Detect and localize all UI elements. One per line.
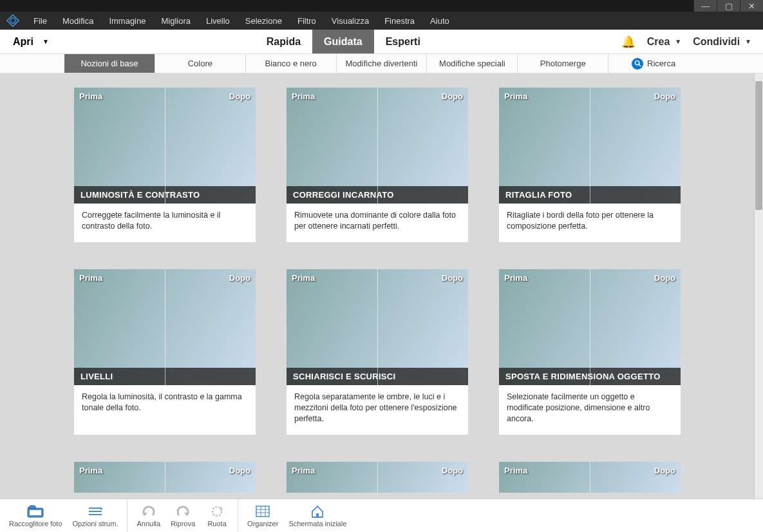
window-minimize-button[interactable]: — — [693, 0, 717, 12]
card-title: SPOSTA E RIDIMENSIONA OGGETTO — [499, 368, 681, 385]
crea-label: Crea — [647, 36, 670, 48]
label-prima: Prima — [79, 466, 102, 475]
bottombar: Raccoglitore foto Opzioni strum. Annulla… — [0, 499, 763, 532]
organizer-icon — [254, 504, 271, 518]
card-sposta-ridimensiona[interactable]: Prima Dopo SPOSTA E RIDIMENSIONA OGGETTO… — [499, 269, 681, 435]
card-image: Prima Dopo — [74, 462, 256, 493]
window-maximize-button[interactable]: ▢ — [717, 0, 740, 12]
bell-icon[interactable]: 🔔 — [621, 35, 636, 49]
card-title: CORREGGI INCARNATO — [287, 186, 468, 204]
card-image: Prima Dopo — [287, 462, 468, 493]
group-bin: Raccoglitore foto Opzioni strum. — [0, 499, 127, 532]
menu-immagine[interactable]: Immagine — [101, 13, 153, 29]
close-icon: ✕ — [748, 1, 755, 11]
organizer-label: Organizer — [247, 520, 278, 527]
menu-visualizza[interactable]: Visualizza — [324, 13, 377, 29]
card-schiarisci-scurisci[interactable]: Prima Dopo SCHIARISCI E SCURISCI Regola … — [287, 269, 468, 435]
cat-modifiche-divertenti[interactable]: Modifiche divertenti — [337, 54, 428, 73]
window-close-button[interactable]: ✕ — [740, 0, 763, 12]
label-prima: Prima — [504, 91, 527, 101]
svg-point-2 — [635, 61, 639, 64]
card-desc: Regola la luminosità, il contrasto e la … — [74, 385, 256, 424]
menu-modifica[interactable]: Modifica — [55, 13, 101, 29]
condividi-label: Condividi — [693, 36, 740, 48]
label-dopo: Dopo — [442, 466, 463, 475]
card-title: LUMINOSITÀ E CONTRASTO — [74, 186, 256, 204]
group-undo-redo: Annulla Riprova Ruota — [127, 499, 238, 532]
card-ritaglia-foto[interactable]: Prima Dopo RITAGLIA FOTO Ritagliate i bo… — [499, 88, 681, 242]
tab-guidata[interactable]: Guidata — [312, 30, 374, 53]
redo-icon — [174, 504, 191, 518]
vertical-scrollbar[interactable] — [754, 73, 763, 499]
spacer — [66, 30, 255, 53]
chevron-down-icon: ▼ — [42, 38, 49, 45]
tool-options-icon — [87, 504, 104, 518]
card-title: LIVELLI — [74, 368, 256, 385]
undo-label: Annulla — [137, 520, 160, 527]
modebar: Apri ▼ Rapida Guidata Esperti 🔔 Crea ▼ C… — [0, 30, 763, 54]
label-prima: Prima — [292, 466, 315, 475]
redo-button[interactable]: Riprova — [165, 499, 200, 532]
svg-point-1 — [10, 18, 15, 23]
undo-button[interactable]: Annulla — [131, 499, 165, 532]
cat-modifiche-speciali[interactable]: Modifiche speciali — [427, 54, 518, 73]
open-button[interactable]: Apri ▼ — [0, 30, 66, 53]
menu-finestra[interactable]: Finestra — [377, 13, 422, 29]
card-luminosita-contrasto[interactable]: Prima Dopo LUMINOSITÀ E CONTRASTO Correg… — [74, 88, 256, 242]
organizer-button[interactable]: Organizer — [242, 499, 283, 532]
label-dopo: Dopo — [442, 273, 463, 283]
card-partial-1[interactable]: Prima Dopo — [74, 462, 256, 493]
rotate-button[interactable]: Ruota — [200, 499, 234, 532]
menu-file[interactable]: File — [26, 13, 55, 29]
menu-selezione[interactable]: Selezione — [238, 13, 290, 29]
menu-livello[interactable]: Livello — [198, 13, 238, 29]
photo-bin-button[interactable]: Raccoglitore foto — [4, 499, 68, 532]
card-image: Prima Dopo SPOSTA E RIDIMENSIONA OGGETTO — [499, 269, 681, 385]
cat-bianco-e-nero[interactable]: Bianco e nero — [246, 54, 337, 73]
card-image: Prima Dopo SCHIARISCI E SCURISCI — [287, 269, 468, 385]
label-dopo: Dopo — [654, 466, 675, 475]
label-prima: Prima — [504, 273, 527, 283]
tab-rapida[interactable]: Rapida — [255, 30, 312, 53]
menu-migliora[interactable]: Migliora — [153, 13, 198, 29]
app-logo-icon — [4, 14, 22, 28]
label-prima: Prima — [292, 91, 315, 101]
svg-rect-10 — [256, 506, 269, 517]
card-image: Prima Dopo LUMINOSITÀ E CONTRASTO — [74, 88, 256, 204]
rotate-icon — [209, 504, 225, 518]
titlebar: — ▢ ✕ — [0, 0, 763, 12]
home-button[interactable]: Schermata iniziale — [283, 499, 352, 532]
card-desc: Ritagliate i bordi della foto per ottene… — [499, 204, 681, 242]
scrollbar-thumb[interactable] — [755, 81, 762, 210]
content-grid: Prima Dopo LUMINOSITÀ E CONTRASTO Correg… — [0, 73, 754, 499]
crea-button[interactable]: Crea ▼ — [647, 36, 681, 48]
menu-filtro[interactable]: Filtro — [290, 13, 324, 29]
tool-options-button[interactable]: Opzioni strum. — [68, 499, 124, 532]
label-prima: Prima — [292, 273, 315, 283]
undo-icon — [140, 504, 157, 518]
cat-photomerge[interactable]: Photomerge — [518, 54, 608, 73]
cat-search[interactable]: Ricerca — [608, 54, 699, 73]
svg-rect-15 — [316, 513, 319, 517]
card-desc: Selezionate facilmente un oggetto e modi… — [499, 385, 681, 435]
open-button-label: Apri — [13, 36, 33, 48]
menu-aiuto[interactable]: Aiuto — [422, 13, 457, 29]
minimize-icon: — — [701, 1, 710, 11]
label-dopo: Dopo — [229, 273, 250, 283]
card-partial-2[interactable]: Prima Dopo — [287, 462, 468, 493]
card-partial-3[interactable]: Prima Dopo — [499, 462, 681, 493]
cat-nozioni-di-base[interactable]: Nozioni di base — [64, 54, 155, 73]
maximize-icon: ▢ — [725, 1, 733, 11]
card-image: Prima Dopo CORREGGI INCARNATO — [287, 88, 468, 204]
svg-point-9 — [212, 507, 221, 516]
card-livelli[interactable]: Prima Dopo LIVELLI Regola la luminosità,… — [74, 269, 256, 435]
cat-colore[interactable]: Colore — [155, 54, 246, 73]
condividi-button[interactable]: Condividi ▼ — [693, 36, 751, 48]
card-title: SCHIARISCI E SCURISCI — [287, 368, 468, 385]
label-prima: Prima — [79, 273, 102, 283]
card-image: Prima Dopo RITAGLIA FOTO — [499, 88, 681, 204]
card-correggi-incarnato[interactable]: Prima Dopo CORREGGI INCARNATO Rimuovete … — [287, 88, 468, 242]
svg-rect-5 — [30, 510, 41, 515]
label-dopo: Dopo — [442, 91, 463, 101]
tab-esperti[interactable]: Esperti — [374, 30, 432, 53]
